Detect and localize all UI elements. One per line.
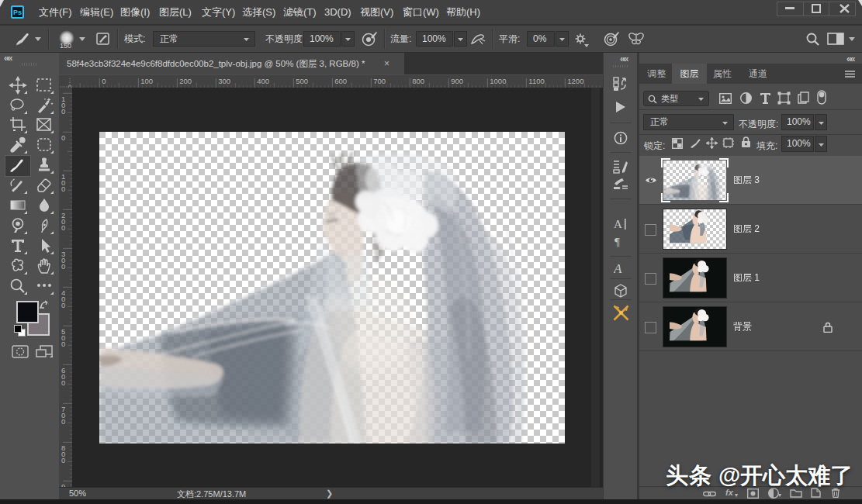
svg-text:800: 800 <box>412 77 424 85</box>
svg-text:100: 100 <box>140 77 153 85</box>
svg-text:A: A <box>614 218 622 230</box>
svg-text:0: 0 <box>102 77 106 85</box>
svg-text:400: 400 <box>257 77 269 85</box>
svg-text:0: 0 <box>61 262 65 271</box>
svg-text:1100: 1100 <box>528 77 544 85</box>
svg-text:0: 0 <box>61 223 65 232</box>
svg-text:0: 0 <box>61 417 65 426</box>
svg-text:300: 300 <box>218 77 230 85</box>
svg-text:0: 0 <box>61 301 65 309</box>
svg-text:900: 900 <box>451 77 463 85</box>
svg-text:0: 0 <box>61 378 65 387</box>
svg-text:A: A <box>614 261 622 276</box>
svg-text:700: 700 <box>373 77 386 85</box>
svg-text:¶: ¶ <box>614 236 620 248</box>
svg-text:600: 600 <box>334 77 347 85</box>
svg-text:1200: 1200 <box>567 77 583 85</box>
svg-text:0: 0 <box>61 107 65 116</box>
svg-text:Ps: Ps <box>13 9 22 16</box>
svg-text:200: 200 <box>179 77 192 85</box>
svg-text:1000: 1000 <box>490 77 506 85</box>
svg-text:0: 0 <box>61 133 65 142</box>
svg-text:0: 0 <box>61 185 65 193</box>
svg-text:500: 500 <box>296 77 308 85</box>
svg-text:0: 0 <box>61 456 65 464</box>
svg-text:0: 0 <box>61 340 65 348</box>
